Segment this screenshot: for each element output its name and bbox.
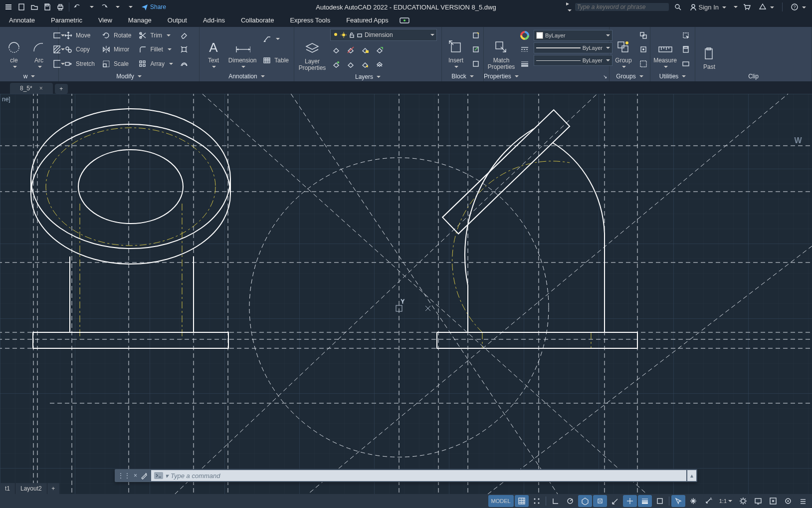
tab-output[interactable]: Output: [161, 14, 194, 27]
block-attribute-icon[interactable]: [470, 58, 482, 70]
status-isodraft-icon[interactable]: [578, 495, 592, 507]
qat-menu-icon[interactable]: [3, 1, 14, 12]
layer-lock-icon[interactable]: [359, 44, 371, 56]
color-wheel-icon[interactable]: [519, 29, 531, 41]
color-dropdown[interactable]: ByLayer: [534, 30, 612, 41]
panel-title-draw[interactable]: w: [0, 71, 58, 81]
tab-manage[interactable]: Manage: [121, 14, 159, 27]
signin-button[interactable]: Sign In: [687, 1, 729, 13]
panel-title-modify[interactable]: Modify: [59, 71, 199, 81]
linetype-icon[interactable]: [519, 43, 531, 55]
group-edit-icon[interactable]: [637, 43, 649, 55]
layer-states-icon[interactable]: [374, 58, 386, 70]
tab-addins[interactable]: Add-ins: [196, 14, 232, 27]
qat-overflow-dropdown[interactable]: [124, 1, 135, 12]
offset-icon[interactable]: [178, 58, 190, 70]
scale-button[interactable]: Scale: [100, 58, 133, 70]
status-annoscale-icon[interactable]: A: [701, 495, 715, 507]
panel-title-clipboard[interactable]: Clip: [695, 71, 812, 81]
help-search-input[interactable]: [577, 3, 667, 10]
status-hardware-icon[interactable]: [781, 495, 795, 507]
command-input[interactable]: ▾ Type a command: [151, 470, 686, 481]
drawing-canvas[interactable]: ne] W: [0, 94, 812, 494]
tab-annotate[interactable]: Annotate: [2, 14, 42, 27]
app-icon[interactable]: [756, 1, 777, 13]
array-button[interactable]: Array: [136, 58, 175, 70]
block-create-icon[interactable]: [470, 29, 482, 41]
panel-title-utilities[interactable]: Utilities: [650, 71, 695, 81]
status-osnap-icon[interactable]: [593, 495, 607, 507]
qat-undo-dropdown[interactable]: [85, 1, 96, 12]
dimension-button[interactable]: Dimension: [227, 29, 257, 70]
panel-title-properties[interactable]: Properties↘: [484, 71, 609, 81]
rotate-button[interactable]: Rotate: [100, 29, 133, 41]
cmd-expand-icon[interactable]: ▴: [687, 470, 696, 481]
layer-properties-button[interactable]: Layer Properties: [297, 29, 327, 71]
eraser-icon[interactable]: [178, 29, 190, 41]
panel-title-layers[interactable]: Layers: [294, 72, 441, 81]
leader-icon[interactable]: [260, 33, 291, 45]
tab-express[interactable]: Express Tools: [283, 14, 337, 27]
status-grid-icon[interactable]: [515, 495, 529, 507]
linetype-dropdown[interactable]: ByLayer: [534, 42, 612, 53]
cart-icon[interactable]: [741, 1, 753, 13]
move-button[interactable]: Move: [62, 29, 97, 41]
tab-collaborate[interactable]: Collaborate: [234, 14, 281, 27]
status-model-button[interactable]: MODEL: [488, 495, 514, 507]
status-otrack-icon[interactable]: [623, 495, 637, 507]
panel-title-block[interactable]: Block: [442, 71, 483, 81]
status-3dosnap-icon[interactable]: [608, 495, 622, 507]
layer-off-icon[interactable]: [330, 44, 342, 56]
block-edit-icon[interactable]: [470, 43, 482, 55]
file-tab-close-icon[interactable]: ×: [39, 85, 43, 92]
status-lwt-icon[interactable]: [638, 495, 652, 507]
text-button[interactable]: A Text: [203, 29, 224, 70]
status-scale-button[interactable]: 1:1: [716, 495, 735, 507]
panel-title-groups[interactable]: Groups: [609, 71, 650, 81]
select-icon[interactable]: [680, 29, 692, 41]
copy-button[interactable]: Copy: [62, 43, 97, 55]
group-select-icon[interactable]: [637, 58, 649, 70]
explode-icon[interactable]: [178, 43, 190, 55]
insert-button[interactable]: Insert: [445, 29, 467, 70]
mirror-button[interactable]: Mirror: [100, 43, 133, 55]
table-button[interactable]: Table: [260, 54, 291, 66]
status-ortho-icon[interactable]: [548, 495, 562, 507]
search-icon[interactable]: [672, 1, 684, 13]
layer-previous-icon[interactable]: [345, 58, 357, 70]
qat-redo-dropdown[interactable]: [111, 1, 122, 12]
layer-isolate-icon[interactable]: [359, 58, 371, 70]
tab-overflow-icon[interactable]: [398, 15, 411, 25]
measure-button[interactable]: Measure: [653, 29, 677, 70]
command-line[interactable]: ⋮⋮ × ▾ Type a command ▴: [115, 469, 697, 482]
qat-save-icon[interactable]: [42, 1, 53, 12]
cmd-customize-icon[interactable]: [140, 472, 148, 480]
fillet-button[interactable]: Fillet: [136, 43, 175, 55]
layout-tab-add[interactable]: +: [47, 483, 59, 494]
match-properties-button[interactable]: Match Properties: [487, 29, 516, 70]
cmd-close-icon[interactable]: ×: [134, 472, 137, 479]
lineweight-icon[interactable]: [519, 58, 531, 70]
exchange-dropdown[interactable]: [732, 3, 738, 10]
status-customize-icon[interactable]: [796, 495, 810, 507]
status-polar-icon[interactable]: [563, 495, 577, 507]
arc-button[interactable]: Arc: [28, 29, 50, 70]
qat-redo-icon[interactable]: [98, 1, 109, 12]
status-isolate-icon[interactable]: [766, 495, 780, 507]
layer-freeze-icon[interactable]: [345, 44, 357, 56]
help-icon[interactable]: ?: [788, 1, 809, 13]
layer-match-icon[interactable]: [330, 58, 342, 70]
file-tab[interactable]: 8_5* ×: [10, 83, 53, 94]
help-search[interactable]: [575, 3, 669, 11]
panel-title-annotation[interactable]: Annotation: [200, 71, 294, 81]
point-icon[interactable]: [680, 58, 692, 70]
status-transparency-icon[interactable]: [653, 495, 667, 507]
layout-tab-2[interactable]: Layout2: [15, 483, 47, 494]
qat-open-icon[interactable]: [29, 1, 40, 12]
circle-button[interactable]: cle: [3, 29, 25, 70]
layer-dropdown[interactable]: Dimension: [330, 29, 437, 41]
trim-button[interactable]: Trim: [136, 29, 175, 41]
tab-view[interactable]: View: [91, 14, 119, 27]
calculator-icon[interactable]: [680, 43, 692, 55]
status-cleanscreen-icon[interactable]: [751, 495, 765, 507]
